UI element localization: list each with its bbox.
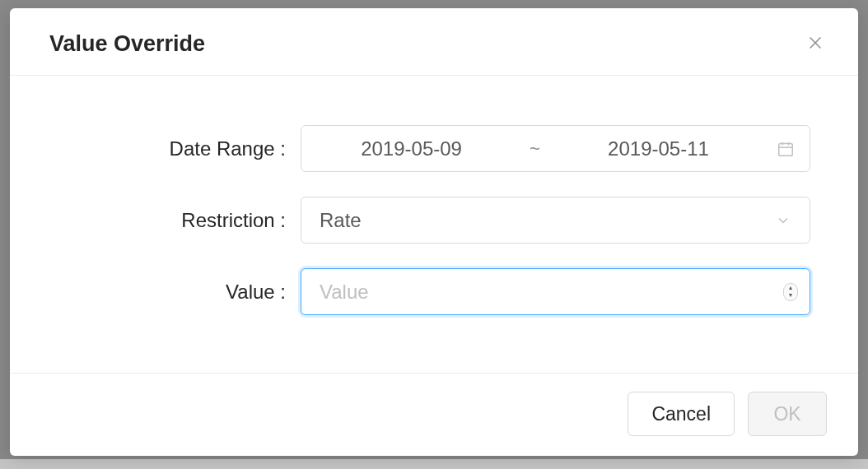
- modal-title: Value Override: [49, 31, 205, 57]
- value-input-wrapper: ▲ ▼: [301, 268, 810, 315]
- value-stepper[interactable]: ▲ ▼: [783, 283, 798, 301]
- backdrop: [0, 459, 868, 469]
- ok-button[interactable]: OK: [748, 392, 827, 436]
- date-range-row: Date Range : 2019-05-09 ~ 2019-05-11: [58, 125, 810, 172]
- modal-header: Value Override: [10, 8, 858, 76]
- modal-footer: Cancel OK: [10, 373, 858, 456]
- value-override-modal: Value Override Date Range : 2019-05-09 ~…: [10, 8, 858, 456]
- calendar-icon: [777, 140, 795, 158]
- date-range-picker[interactable]: 2019-05-09 ~ 2019-05-11: [301, 125, 810, 172]
- restriction-select[interactable]: Rate: [301, 197, 810, 244]
- modal-body: Date Range : 2019-05-09 ~ 2019-05-11: [10, 76, 858, 373]
- chevron-down-icon: [775, 212, 791, 229]
- restriction-selected-value: Rate: [320, 209, 362, 232]
- restriction-row: Restriction : Rate: [58, 197, 810, 244]
- date-separator: ~: [521, 138, 548, 160]
- svg-rect-2: [779, 143, 793, 156]
- close-icon: [806, 34, 824, 55]
- close-button[interactable]: [804, 33, 827, 56]
- restriction-label: Restriction :: [58, 209, 301, 232]
- date-end-value: 2019-05-11: [548, 137, 768, 160]
- date-start-value: 2019-05-09: [301, 137, 521, 160]
- value-input[interactable]: [320, 281, 773, 304]
- stepper-down-icon: ▼: [788, 292, 794, 300]
- date-range-label: Date Range :: [58, 137, 301, 160]
- value-label: Value :: [58, 281, 301, 304]
- value-row: Value : ▲ ▼: [58, 268, 810, 315]
- cancel-button[interactable]: Cancel: [628, 392, 735, 436]
- stepper-up-icon: ▲: [788, 285, 794, 292]
